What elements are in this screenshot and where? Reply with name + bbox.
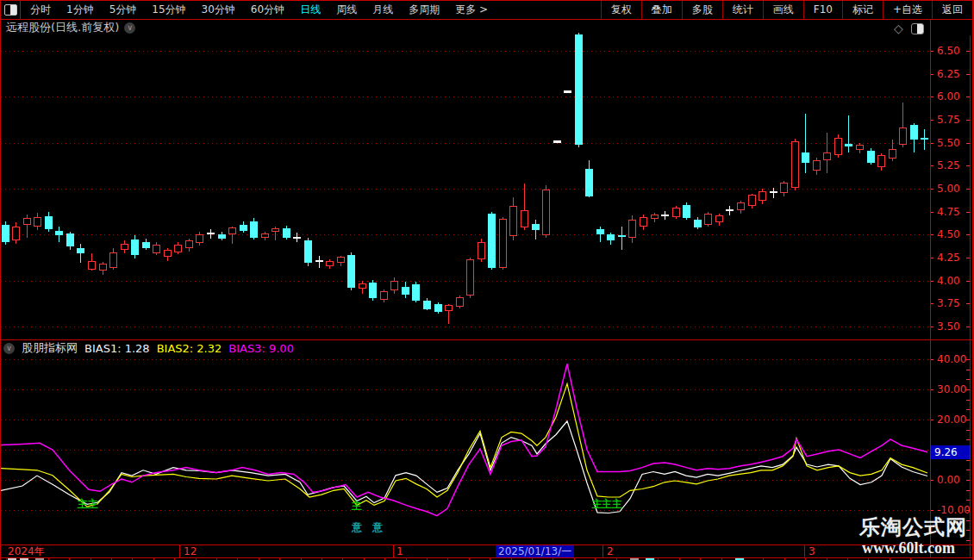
signal-marker-zhu: 主: [602, 497, 612, 512]
down-candle: [585, 169, 593, 196]
price-axis-label: 3.75: [937, 297, 970, 309]
up-candle: [499, 219, 507, 268]
up-candle: [834, 138, 842, 154]
down-candle: [434, 304, 442, 312]
window-panel-icon: [4, 4, 17, 16]
toolbar-tool-0[interactable]: 复权: [601, 1, 641, 19]
app-window: 分时1分钟5分钟15分钟30分钟60分钟日线周线月线多周期更多 > 复权叠加多股…: [0, 0, 974, 560]
down-candle: [283, 228, 290, 238]
price-gridline: [1, 189, 930, 190]
up-candle: [99, 264, 107, 270]
bias2-value: BIAS2: 2.32: [157, 342, 222, 355]
up-candle: [780, 183, 788, 194]
doji-dash: [770, 191, 777, 193]
signal-marker-zhu: 主: [352, 499, 362, 513]
toolbar-item-6[interactable]: 日线: [292, 3, 328, 17]
toolbar-tool-5[interactable]: F10: [803, 1, 842, 19]
bias-line-BIAS3: [1, 364, 927, 515]
up-candle: [791, 141, 799, 188]
down-candle: [347, 255, 355, 288]
price-gridline: [1, 234, 930, 235]
up-candle: [856, 145, 864, 150]
down-candle: [423, 301, 431, 309]
down-candle: [369, 283, 377, 298]
down-candle: [910, 125, 918, 140]
toolbar-tool-7[interactable]: +自选: [883, 1, 932, 19]
doji-dash: [618, 235, 626, 237]
toolbar-tool-1[interactable]: 叠加: [641, 1, 682, 19]
candle-wick: [805, 114, 806, 173]
down-candle: [142, 242, 150, 248]
axis-left-border: [930, 20, 931, 557]
up-candle: [628, 220, 636, 237]
tools-menu: 复权叠加多股统计画线F10标记+自选返回: [601, 1, 972, 19]
down-candle: [575, 34, 583, 145]
price-axis-label: 4.75: [937, 206, 970, 218]
up-candle: [715, 215, 723, 223]
up-candle: [899, 128, 907, 145]
window-layout-button[interactable]: [1, 1, 21, 19]
toolbar-tool-4[interactable]: 画线: [763, 1, 803, 19]
up-candle: [542, 190, 550, 235]
toolbar-tool-8[interactable]: 返回: [932, 1, 972, 19]
down-candle: [304, 240, 312, 264]
collapse-chevron-icon[interactable]: ∨: [3, 343, 15, 354]
up-candle: [877, 155, 885, 168]
up-candle: [445, 305, 453, 310]
toolbar-item-5[interactable]: 60分钟: [243, 3, 292, 17]
main-candlestick-chart[interactable]: [1, 32, 930, 339]
toolbar-item-9[interactable]: 多周期: [401, 3, 447, 17]
toolbar-item-2[interactable]: 5分钟: [102, 3, 145, 17]
down-candle: [45, 216, 53, 229]
date-divider: [603, 545, 603, 557]
down-candle: [55, 231, 63, 235]
toolbar-item-10[interactable]: 更多 >: [447, 3, 496, 17]
bias-line-BIAS1: [1, 421, 927, 513]
up-candle: [390, 281, 398, 291]
toolbar-tool-3[interactable]: 统计: [722, 1, 763, 19]
signal-marker-zhu: 主: [88, 497, 98, 512]
up-candle: [12, 227, 20, 240]
bias-line-BIAS2: [1, 383, 927, 507]
toolbar-item-8[interactable]: 月线: [365, 3, 401, 17]
date-divider: [179, 545, 180, 557]
down-candle: [488, 214, 496, 268]
candle-wick: [848, 115, 849, 153]
toolbar-tool-6[interactable]: 标记: [842, 1, 883, 19]
up-candle: [737, 202, 745, 210]
up-candle: [121, 244, 128, 250]
price-axis-label: 3.50: [937, 320, 970, 333]
signal-marker-zhu: 主: [78, 497, 88, 512]
latest-value-badge: 9.26: [931, 445, 970, 459]
toolbar-item-7[interactable]: 周线: [328, 3, 365, 17]
price-gridline: [1, 327, 930, 327]
date-axis-label: 12: [184, 545, 197, 557]
down-candle: [845, 144, 852, 146]
toolbar-item-1[interactable]: 1分钟: [59, 3, 102, 17]
down-candle: [240, 225, 247, 231]
price-gridline: [1, 51, 930, 52]
toolbar-tool-2[interactable]: 多股: [682, 1, 722, 19]
bias3-value: BIAS3: 9.00: [228, 342, 294, 355]
price-axis-label: 4.25: [937, 252, 970, 264]
down-candle: [2, 225, 9, 242]
candle-wick: [80, 244, 81, 263]
suspension-dash: [553, 140, 561, 143]
up-candle: [326, 261, 334, 265]
price-axis-label: 4.50: [937, 228, 970, 240]
bias-indicator-chart[interactable]: [1, 340, 930, 544]
toolbar-item-4[interactable]: 30分钟: [194, 3, 243, 17]
doji-dash: [207, 233, 215, 234]
doji-dash: [293, 237, 301, 239]
toolbar-item-3[interactable]: 15分钟: [144, 3, 193, 17]
up-candle: [272, 228, 279, 232]
selected-date-badge: 2025/01/13/一: [496, 545, 574, 557]
up-candle: [456, 297, 464, 307]
down-candle: [694, 220, 702, 227]
up-candle: [466, 259, 474, 296]
up-candle: [164, 250, 172, 256]
up-candle: [153, 245, 160, 253]
date-divider: [393, 545, 394, 557]
doji-dash: [315, 260, 323, 262]
toolbar-item-0[interactable]: 分时: [22, 3, 59, 17]
